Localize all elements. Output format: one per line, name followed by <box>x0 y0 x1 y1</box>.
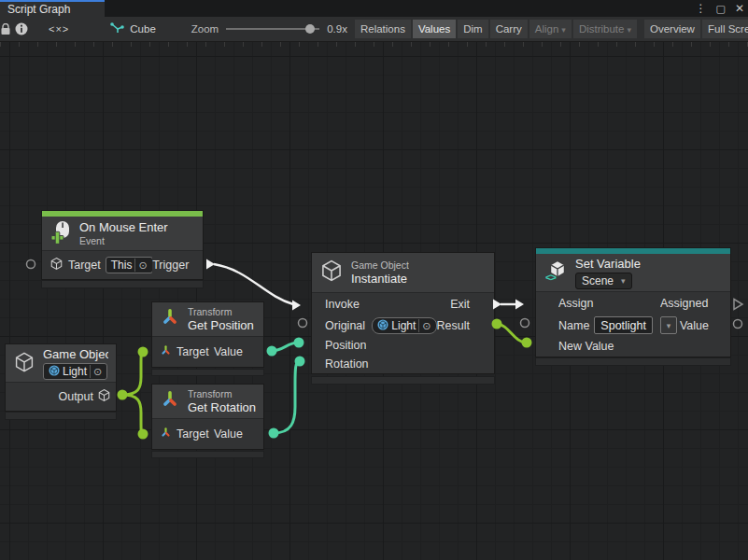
lock-icon[interactable] <box>0 19 11 39</box>
node-title: Get Position <box>188 318 256 333</box>
literal-object-field[interactable]: Light ⊙ <box>43 363 107 380</box>
node-game-object-literal[interactable]: Game Object Light ⊙ Output <box>5 343 117 412</box>
new-value-port-label: New Value <box>558 340 614 353</box>
node-category: Transform <box>188 388 256 400</box>
position-port-label: Position <box>325 339 366 352</box>
object-picker-icon[interactable]: ⊙ <box>90 365 105 378</box>
result-port-label: Result <box>437 319 470 332</box>
variable-name-field[interactable]: Spotlight <box>594 316 653 334</box>
node-title: Game Object <box>43 347 108 362</box>
unity-object-icon <box>49 365 60 379</box>
value-port-label: Value <box>214 427 243 441</box>
original-object-field[interactable]: Light ⊙ <box>372 317 436 334</box>
tab-script-graph[interactable]: Script Graph <box>0 0 105 17</box>
transform-icon <box>160 307 180 331</box>
node-get-position[interactable]: Transform Get Position Target Value <box>151 301 264 368</box>
target-port-label: Target <box>68 259 101 272</box>
unity-object-icon <box>377 319 388 333</box>
chevron-down-icon: ▾ <box>561 25 566 35</box>
node-category: Transform <box>188 306 256 318</box>
object-picker-icon[interactable]: ⊙ <box>134 259 149 272</box>
variable-scope-dropdown[interactable]: Scene ▾ <box>575 273 632 289</box>
invoke-port-label: Invoke <box>325 298 360 311</box>
target-port-label: Target <box>176 427 209 441</box>
unity-variable-icon: <> <box>547 260 568 285</box>
node-set-variable[interactable]: <> Set Variable Scene ▾ Assign Assigned … <box>535 247 731 357</box>
zoom-slider[interactable] <box>226 23 319 35</box>
zoom-value: 0.9x <box>327 23 347 35</box>
carry-button[interactable]: Carry <box>490 20 528 38</box>
mouse-add-icon <box>49 220 72 247</box>
window-menu-icon[interactable]: ⋮ <box>696 2 707 15</box>
variable-name-dropdown[interactable]: ▾ <box>660 316 677 334</box>
output-port-label: Output <box>58 390 93 403</box>
transform-icon <box>160 389 180 413</box>
chevron-down-icon: ▾ <box>627 25 631 35</box>
node-get-rotation[interactable]: Transform Get Rotation Target Value <box>151 384 264 450</box>
target-object-field[interactable]: This ⊙ <box>106 257 152 273</box>
relations-button[interactable]: Relations <box>355 20 411 38</box>
game-object-icon <box>97 388 111 405</box>
close-icon[interactable]: ✕ <box>735 2 744 15</box>
dim-button[interactable]: Dim <box>458 20 487 38</box>
game-object-icon <box>13 351 35 377</box>
object-picker-icon[interactable]: ⊙ <box>418 319 433 332</box>
node-title: Set Variable <box>575 257 641 272</box>
assign-port-label: Assign <box>558 297 594 310</box>
node-footer <box>535 357 731 366</box>
fullscreen-button[interactable]: Full Screen <box>702 20 748 38</box>
node-footer <box>5 412 117 420</box>
tab-label: Script Graph <box>7 3 70 16</box>
distribute-dropdown[interactable]: Distribute▾ <box>573 20 637 38</box>
node-subtitle: Event <box>79 235 168 247</box>
node-on-mouse-enter[interactable]: On Mouse Enter Event Target This ⊙ Trigg… <box>41 210 204 280</box>
node-footer <box>311 376 495 385</box>
trigger-port-label: Trigger <box>152 259 195 272</box>
original-port-label: Original <box>325 319 367 332</box>
assigned-port-label: Assigned <box>660 297 709 310</box>
title-bar: Script Graph ⋮ ▢ ✕ <box>0 0 748 17</box>
game-object-icon <box>319 259 344 287</box>
transform-mini-icon <box>160 427 172 441</box>
maximize-icon[interactable]: ▢ <box>716 3 726 15</box>
transform-mini-icon <box>160 344 172 359</box>
exit-port-label: Exit <box>450 298 470 311</box>
node-title: On Mouse Enter <box>79 220 168 235</box>
graph-name-label: Cube <box>130 23 156 35</box>
game-object-icon <box>49 257 64 273</box>
rotation-port-label: Rotation <box>325 357 369 371</box>
graph-breadcrumb[interactable]: Cube <box>110 22 156 36</box>
overview-button[interactable]: Overview <box>644 20 700 38</box>
graph-toolbar: <×> Cube Zoom 0.9x Relations Values Dim … <box>0 17 748 42</box>
graph-icon <box>110 22 124 36</box>
node-footer <box>41 280 204 288</box>
zoom-slider-handle[interactable] <box>305 24 315 34</box>
name-port-label: Name <box>558 319 589 332</box>
node-footer <box>151 369 264 376</box>
node-category: Game Object <box>351 259 409 272</box>
node-title: Get Rotation <box>188 400 256 415</box>
node-instantiate[interactable]: Game Object Instantiate Invoke Exit Orig… <box>311 252 495 374</box>
value-port-label: Value <box>214 345 243 358</box>
node-footer <box>151 451 264 458</box>
info-icon[interactable] <box>15 19 28 39</box>
value-port-label: Value <box>680 319 709 332</box>
code-view-icon[interactable]: <×> <box>32 23 86 35</box>
values-button[interactable]: Values <box>413 20 456 38</box>
target-port-label: Target <box>176 345 209 358</box>
node-title: Instantiate <box>351 272 409 287</box>
zoom-label: Zoom <box>191 23 219 35</box>
chevron-down-icon: ▾ <box>621 276 626 286</box>
align-dropdown[interactable]: Align▾ <box>529 20 572 38</box>
